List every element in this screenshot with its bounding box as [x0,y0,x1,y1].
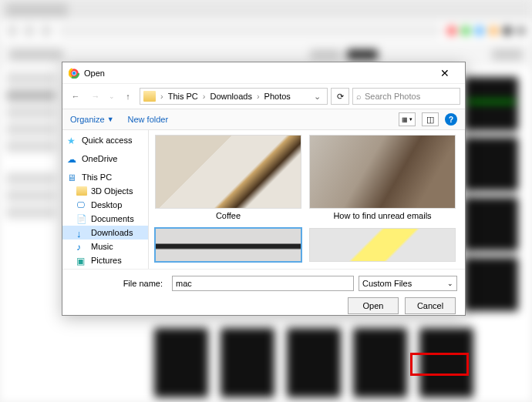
download-icon: ↓ [76,228,87,237]
dialog-footer: File name: Custom Files⌄ Open Cancel [62,269,465,322]
tree-onedrive[interactable]: ☁OneDrive [62,152,148,166]
file-thumbnail [309,135,456,209]
breadcrumb-segment[interactable]: Downloads [207,92,254,101]
music-icon: ♪ [76,242,87,251]
breadcrumb-segment[interactable]: This PC [165,92,201,101]
file-type-filter[interactable]: Custom Files⌄ [359,276,457,291]
tree-music[interactable]: ♪Music [62,240,148,253]
filename-label: File name: [70,279,167,288]
file-thumbnail [155,228,301,262]
cancel-button[interactable]: Cancel [405,297,456,314]
folder-icon [76,186,87,196]
search-icon: ⌕ [356,92,362,101]
chrome-icon [69,68,79,79]
open-file-dialog: Open ✕ ← → ⌄ ↑ › This PC › Downloads › P… [62,62,466,316]
navigation-tree: ★Quick access ☁OneDrive 🖥This PC 3D Obje… [62,130,149,269]
tree-desktop[interactable]: 🖵Desktop [62,198,148,212]
file-name: Coffee [216,211,241,220]
up-button[interactable]: ↑ [120,88,136,105]
pictures-icon: ▣ [76,256,87,265]
file-item[interactable]: How to find unread emails [309,135,456,220]
tree-documents[interactable]: 📄Documents [62,212,148,226]
filename-input[interactable] [172,276,354,291]
file-item[interactable] [155,228,301,262]
file-list: Coffee How to find unread emails [149,130,465,269]
open-button[interactable]: Open [348,297,399,314]
tree-videos[interactable]: ▶Videos [62,267,148,269]
tree-3d-objects[interactable]: 3D Objects [62,184,148,198]
dialog-title: Open [84,69,105,78]
file-name: How to find unread emails [333,211,431,220]
view-mode-button[interactable]: ▦▾ [399,112,416,126]
back-button[interactable]: ← [67,88,84,105]
desktop-icon: 🖵 [76,200,87,209]
file-thumbnail [309,228,456,262]
tree-pictures[interactable]: ▣Pictures [62,253,148,267]
organize-button[interactable]: Organize▼ [70,115,114,124]
chevron-down-icon: ⌄ [447,280,453,287]
pc-icon: 🖥 [67,173,78,182]
recent-dropdown-icon[interactable]: ⌄ [107,88,116,105]
file-item[interactable] [309,228,456,262]
preview-pane-button[interactable]: ◫ [422,112,439,126]
search-input[interactable]: ⌕ Search Photos [352,88,460,105]
file-item[interactable]: Coffee [155,135,301,220]
chevron-down-icon: ▼ [107,116,114,123]
tree-downloads[interactable]: ↓Downloads [62,226,148,240]
tree-quick-access[interactable]: ★Quick access [62,133,148,147]
breadcrumb-segment[interactable]: Photos [261,92,294,101]
dialog-toolbar: Organize▼ New folder ▦▾ ◫ ? [62,109,465,130]
navigation-bar: ← → ⌄ ↑ › This PC › Downloads › Photos ⌄… [62,84,465,109]
file-thumbnail [155,135,301,209]
search-placeholder: Search Photos [365,92,420,101]
help-icon[interactable]: ? [445,113,457,126]
folder-icon [143,91,156,102]
close-button[interactable]: ✕ [431,65,459,81]
dialog-titlebar: Open ✕ [62,62,465,84]
breadcrumb-bar[interactable]: › This PC › Downloads › Photos ⌄ [140,88,328,105]
star-icon: ★ [67,136,78,145]
cloud-icon: ☁ [67,154,78,163]
refresh-button[interactable]: ⟳ [331,88,349,105]
tree-this-pc[interactable]: 🖥This PC [62,170,148,184]
forward-button[interactable]: → [87,88,104,105]
breadcrumb-dropdown-icon[interactable]: ⌄ [311,92,324,102]
documents-icon: 📄 [76,214,87,223]
new-folder-button[interactable]: New folder [128,115,169,124]
